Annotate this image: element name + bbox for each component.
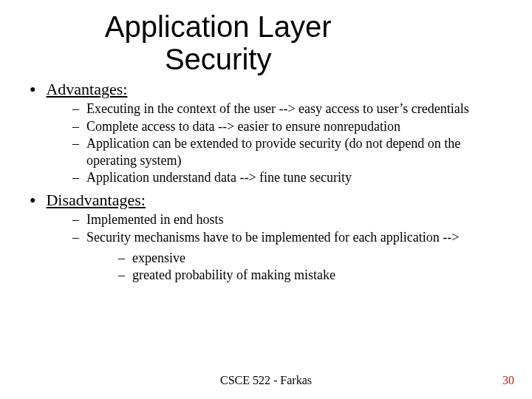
footer-text: CSCE 522 - Farkas	[0, 374, 532, 387]
dash-icon: –	[118, 267, 125, 284]
list-item: –greated probability of making mistake	[118, 267, 502, 284]
item-text: Executing in the context of the user -->…	[86, 100, 469, 117]
disadvantages-heading: Disadvantages:	[46, 191, 145, 210]
title-line-1: Application Layer	[105, 10, 332, 43]
slide-title: Application Layer Security	[32, 0, 404, 75]
bullet-icon: ●	[30, 191, 35, 210]
slide-body: ● Advantages: –Executing in the context …	[0, 75, 532, 283]
item-text: expensive	[132, 250, 185, 267]
item-text: Application understand data --> fine tun…	[86, 169, 352, 186]
dash-icon: –	[72, 169, 79, 186]
dash-icon: –	[72, 100, 79, 117]
item-text: Complete access to data --> easier to en…	[86, 118, 400, 135]
section-disadvantages: ● Disadvantages:	[30, 191, 502, 210]
disadvantages-list: –Implemented in end hosts –Security mech…	[30, 211, 502, 245]
list-item: –Executing in the context of the user --…	[72, 100, 495, 117]
dash-icon: –	[72, 229, 79, 246]
list-item: –Application understand data --> fine tu…	[72, 169, 495, 186]
title-line-2: Security	[165, 43, 272, 75]
section-advantages: ● Advantages:	[30, 80, 502, 99]
advantages-heading: Advantages:	[46, 80, 127, 99]
dash-icon: –	[72, 118, 79, 135]
list-item: –Security mechanisms have to be implemen…	[72, 229, 495, 246]
advantages-list: –Executing in the context of the user --…	[30, 100, 502, 186]
item-text: Application can be extended to provide s…	[86, 135, 495, 168]
bullet-icon: ●	[30, 80, 35, 99]
disadvantages-sublist: –expensive –greated probability of makin…	[30, 250, 502, 283]
item-text: Implemented in end hosts	[86, 211, 223, 228]
list-item: –Application can be extended to provide …	[72, 135, 495, 168]
page-number: 30	[502, 374, 514, 387]
list-item: –Implemented in end hosts	[72, 211, 495, 228]
dash-icon: –	[72, 211, 79, 228]
item-text: Security mechanisms have to be implement…	[86, 229, 459, 246]
list-item: –Complete access to data --> easier to e…	[72, 118, 495, 135]
dash-icon: –	[72, 135, 79, 152]
item-text: greated probability of making mistake	[132, 267, 335, 284]
dash-icon: –	[118, 250, 125, 267]
list-item: –expensive	[118, 250, 502, 267]
